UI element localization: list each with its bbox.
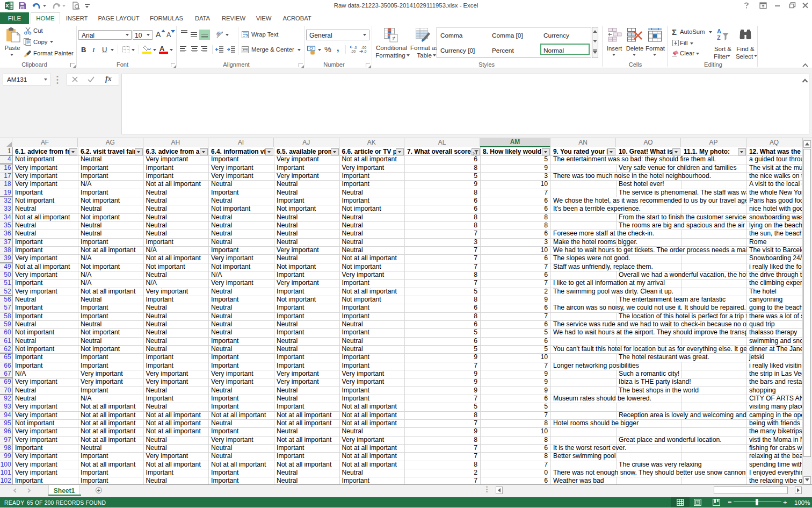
svg-text:Z: Z <box>717 34 721 41</box>
svg-text:.0: .0 <box>364 49 367 53</box>
svg-text:A: A <box>717 28 721 34</box>
svg-text:.00: .00 <box>361 46 366 49</box>
svg-text:.00: .00 <box>351 49 356 53</box>
svg-text:.0: .0 <box>354 46 357 49</box>
svg-text:≠: ≠ <box>392 35 395 41</box>
